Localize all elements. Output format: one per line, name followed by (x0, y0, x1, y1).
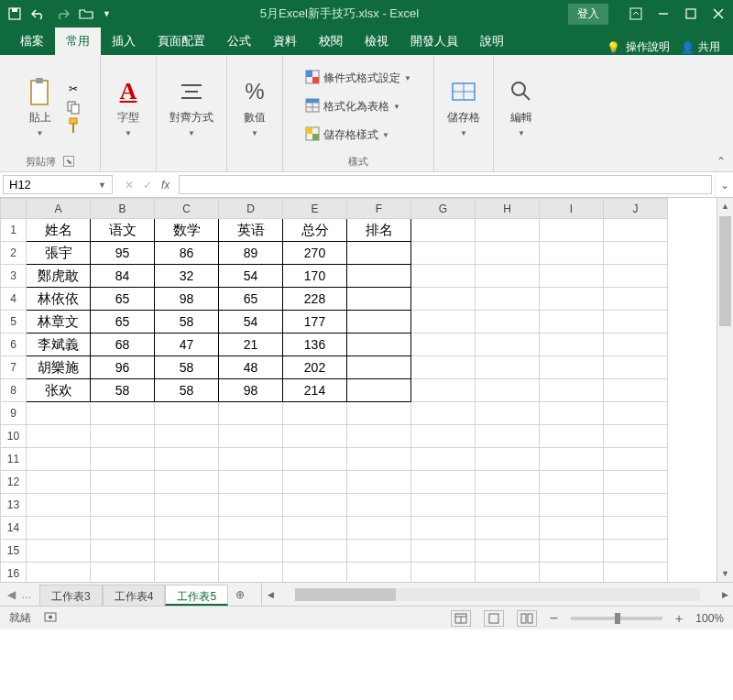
cell[interactable] (347, 242, 411, 265)
cell[interactable] (604, 356, 668, 379)
cell[interactable] (476, 517, 540, 540)
cell[interactable]: 68 (91, 334, 155, 356)
format-painter-icon[interactable] (66, 118, 81, 133)
cell[interactable] (411, 311, 476, 334)
row-header[interactable]: 14 (1, 517, 27, 540)
cell[interactable] (476, 288, 540, 311)
cell[interactable] (155, 494, 219, 517)
collapse-ribbon-icon[interactable]: ⌃ (717, 155, 726, 168)
col-header[interactable]: B (91, 199, 155, 219)
cell[interactable] (604, 517, 668, 540)
cell[interactable]: 鄭虎敢 (27, 265, 91, 288)
formula-input[interactable] (179, 175, 712, 194)
cell[interactable] (476, 265, 540, 288)
cell[interactable]: 95 (91, 242, 155, 265)
cell[interactable] (540, 402, 604, 425)
cell[interactable]: 林依依 (27, 288, 91, 311)
cell[interactable] (604, 448, 668, 471)
number-button[interactable]: % 數值 ▼ (235, 73, 275, 141)
cell[interactable]: 21 (219, 334, 283, 356)
cell[interactable]: 65 (91, 288, 155, 311)
cell[interactable] (347, 425, 411, 448)
save-icon[interactable] (7, 6, 22, 21)
cell[interactable]: 89 (219, 242, 283, 265)
minimize-icon[interactable] (656, 6, 671, 21)
cell[interactable] (283, 471, 347, 494)
ribbon-options-icon[interactable] (629, 6, 643, 21)
cell[interactable]: 86 (155, 242, 219, 265)
cell[interactable] (540, 219, 604, 242)
cell[interactable]: 張宇 (27, 242, 91, 265)
cell[interactable] (219, 425, 283, 448)
cell[interactable]: 48 (219, 356, 283, 379)
cell[interactable] (604, 425, 668, 448)
cell[interactable] (540, 265, 604, 288)
cell[interactable]: 英语 (219, 219, 283, 242)
tab-help[interactable]: 說明 (469, 27, 515, 55)
cell[interactable] (411, 242, 476, 265)
cell[interactable] (283, 448, 347, 471)
col-header[interactable]: H (476, 199, 540, 219)
format-as-table-button[interactable]: 格式化為表格 ▼ (301, 96, 404, 117)
cell[interactable] (219, 540, 283, 563)
cell[interactable]: 58 (91, 379, 155, 402)
cell[interactable] (411, 540, 476, 563)
cell[interactable]: 54 (219, 311, 283, 334)
cell[interactable] (604, 540, 668, 563)
cell[interactable] (347, 311, 411, 334)
cell[interactable]: 林章文 (27, 311, 91, 334)
cell[interactable] (347, 288, 411, 311)
sheet-nav-more-icon[interactable]: … (21, 588, 32, 601)
share-button[interactable]: 👤共用 (681, 39, 720, 55)
cell[interactable] (91, 517, 155, 540)
cell[interactable] (604, 563, 668, 583)
cell[interactable] (27, 494, 91, 517)
font-button[interactable]: A 字型 ▼ (108, 73, 148, 141)
cell[interactable] (411, 219, 476, 242)
cell[interactable] (283, 402, 347, 425)
alignment-button[interactable]: 對齊方式 ▼ (164, 73, 219, 141)
cell[interactable] (219, 563, 283, 583)
fx-icon[interactable]: fx (161, 179, 170, 191)
row-header[interactable]: 6 (1, 334, 27, 356)
cell[interactable] (476, 219, 540, 242)
sheet-tab-5[interactable]: 工作表5 (165, 585, 228, 606)
cell[interactable] (604, 471, 668, 494)
cell[interactable]: 136 (283, 334, 347, 356)
cell[interactable] (283, 494, 347, 517)
cell[interactable] (347, 379, 411, 402)
cell[interactable]: 228 (283, 288, 347, 311)
vertical-scrollbar[interactable]: ▲ ▼ (717, 198, 733, 582)
conditional-formatting-button[interactable]: 條件式格式設定 ▼ (301, 68, 415, 89)
cell[interactable] (283, 563, 347, 583)
cell[interactable] (411, 517, 476, 540)
login-button[interactable]: 登入 (568, 4, 608, 25)
cell[interactable] (540, 334, 604, 356)
cell[interactable]: 170 (283, 265, 347, 288)
cell[interactable]: 姓名 (27, 219, 91, 242)
cell[interactable] (540, 540, 604, 563)
row-header[interactable]: 12 (1, 471, 27, 494)
add-sheet-button[interactable]: ⊕ (228, 583, 252, 606)
tab-developer[interactable]: 開發人員 (399, 27, 469, 55)
cell[interactable] (604, 494, 668, 517)
tab-layout[interactable]: 頁面配置 (147, 27, 216, 55)
zoom-slider[interactable] (571, 617, 662, 620)
cell[interactable] (219, 494, 283, 517)
cell[interactable]: 65 (91, 311, 155, 334)
cell[interactable] (347, 494, 411, 517)
accept-formula-icon[interactable]: ✓ (143, 179, 152, 191)
cell[interactable] (476, 494, 540, 517)
cell[interactable]: 58 (155, 311, 219, 334)
row-header[interactable]: 5 (1, 311, 27, 334)
cell[interactable] (91, 448, 155, 471)
row-header[interactable]: 2 (1, 242, 27, 265)
cell[interactable] (476, 334, 540, 356)
cell[interactable] (604, 311, 668, 334)
undo-icon[interactable] (31, 6, 46, 21)
cell[interactable] (476, 242, 540, 265)
col-header[interactable]: A (27, 199, 91, 219)
col-header[interactable]: F (347, 199, 411, 219)
cell[interactable] (476, 425, 540, 448)
cell[interactable] (155, 448, 219, 471)
